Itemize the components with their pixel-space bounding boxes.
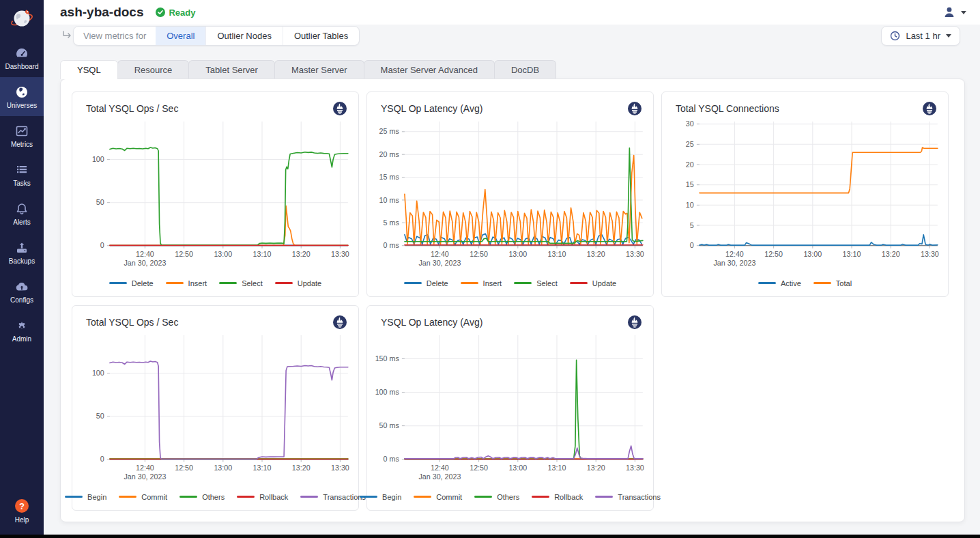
sidebar-item-dashboard[interactable]: Dashboard <box>0 38 44 77</box>
svg-text:13:10: 13:10 <box>548 250 566 258</box>
prometheus-icon[interactable] <box>332 101 347 116</box>
gauge-icon <box>14 46 29 61</box>
chart-legend: DeleteInsertSelectUpdate <box>72 279 358 287</box>
svg-text:20 ms: 20 ms <box>379 150 399 158</box>
svg-text:50: 50 <box>96 412 104 420</box>
legend-swatch <box>758 282 776 284</box>
top-header: ash-yba-docs Ready <box>44 0 980 25</box>
status-badge: Ready <box>156 8 195 18</box>
svg-text:Jan 30, 2023: Jan 30, 2023 <box>124 472 166 481</box>
sidebar-item-backups[interactable]: Backups <box>0 233 44 272</box>
legend-item-commit[interactable]: Commit <box>119 493 167 501</box>
tab-docdb[interactable]: DocDB <box>494 60 556 79</box>
status-badge-label: Ready <box>169 8 195 18</box>
legend-item-transactions[interactable]: Transactions <box>300 493 366 501</box>
prometheus-icon[interactable] <box>627 101 642 116</box>
legend-swatch <box>404 282 422 284</box>
svg-text:5 ms: 5 ms <box>384 218 399 227</box>
prometheus-icon[interactable] <box>627 315 642 330</box>
chevron-down-icon <box>946 34 951 38</box>
app-logo[interactable] <box>0 0 44 38</box>
legend-label: Active <box>781 279 801 287</box>
time-range-dropdown[interactable]: Last 1 hr <box>881 26 960 46</box>
chevron-down-icon <box>961 11 966 14</box>
svg-text:13:30: 13:30 <box>331 464 349 472</box>
sidebar-item-universes[interactable]: Universes <box>0 77 44 116</box>
chart-plot[interactable]: 12:40Jan 30, 202312:5013:0013:1013:2013:… <box>72 330 358 493</box>
legend-item-total[interactable]: Total <box>813 279 852 287</box>
legend-item-rollback[interactable]: Rollback <box>237 493 288 501</box>
svg-text:13:20: 13:20 <box>587 250 605 258</box>
sidebar-item-help[interactable]: ? Help <box>0 491 44 530</box>
chart-title: YSQL Op Latency (Avg) <box>381 103 482 114</box>
svg-text:50: 50 <box>96 198 104 206</box>
svg-text:13:20: 13:20 <box>587 464 605 472</box>
sidebar-item-alerts[interactable]: Alerts <box>0 194 44 233</box>
sidebar-item-tasks[interactable]: Tasks <box>0 155 44 194</box>
metric-tabs: YSQL Resource Tablet Server Master Serve… <box>60 60 556 79</box>
tab-outlier-nodes[interactable]: Outlier Nodes <box>205 27 282 45</box>
tab-tablet-server[interactable]: Tablet Server <box>188 60 275 79</box>
legend-item-transactions[interactable]: Transactions <box>595 493 661 501</box>
legend-item-delete[interactable]: Delete <box>109 279 154 287</box>
view-metrics-label: View metrics for <box>74 27 156 45</box>
help-icon: ? <box>14 498 30 514</box>
sidebar-item-configs[interactable]: Configs <box>0 272 44 311</box>
legend-item-others[interactable]: Others <box>474 493 519 501</box>
prometheus-icon[interactable] <box>922 101 937 116</box>
legend-swatch <box>275 282 293 284</box>
tab-resource[interactable]: Resource <box>117 60 190 79</box>
legend-swatch <box>119 496 136 498</box>
svg-text:30: 30 <box>686 119 694 128</box>
legend-item-insert[interactable]: Insert <box>461 279 502 287</box>
tab-master-server-advanced[interactable]: Master Server Advanced <box>364 60 495 79</box>
svg-text:13:20: 13:20 <box>292 464 311 472</box>
svg-text:13:00: 13:00 <box>508 464 527 472</box>
chart-plot[interactable]: 12:40Jan 30, 202312:5013:0013:1013:2013:… <box>662 116 948 279</box>
chart-plot[interactable]: 12:40Jan 30, 202312:5013:0013:1013:2013:… <box>367 330 653 493</box>
svg-text:13:30: 13:30 <box>921 250 939 258</box>
legend-item-begin[interactable]: Begin <box>65 493 106 501</box>
svg-text:12:40: 12:40 <box>431 464 449 472</box>
legend-item-begin[interactable]: Begin <box>360 493 401 501</box>
legend-item-select[interactable]: Select <box>514 279 558 287</box>
sidebar-item-metrics[interactable]: Metrics <box>0 116 44 155</box>
check-circle-icon <box>156 8 165 17</box>
bottom-bar <box>0 535 980 538</box>
chart-plot[interactable]: 12:40Jan 30, 202312:5013:0013:1013:2013:… <box>367 116 653 279</box>
tab-overall[interactable]: Overall <box>156 27 205 45</box>
svg-text:12:50: 12:50 <box>175 464 193 472</box>
chart-panel-total-ysql-ops-transactions: Total YSQL Ops / Sec 12:40Jan 30, 202312… <box>72 305 359 511</box>
sidebar-item-label: Universes <box>7 102 37 109</box>
tab-ysql[interactable]: YSQL <box>60 60 118 79</box>
svg-text:0: 0 <box>690 241 694 249</box>
legend-item-update[interactable]: Update <box>570 279 616 287</box>
legend-item-select[interactable]: Select <box>219 279 263 287</box>
svg-text:100 ms: 100 ms <box>375 388 399 396</box>
legend-item-active[interactable]: Active <box>758 279 801 287</box>
tab-outlier-tables[interactable]: Outlier Tables <box>283 27 359 45</box>
chart-plot[interactable]: 12:40Jan 30, 202312:5013:0013:1013:2013:… <box>72 116 358 279</box>
svg-text:12:50: 12:50 <box>175 250 193 258</box>
legend-item-others[interactable]: Others <box>179 493 225 501</box>
prometheus-icon[interactable] <box>332 315 347 330</box>
svg-text:10 ms: 10 ms <box>379 196 399 204</box>
chart-title: Total YSQL Ops / Sec <box>86 103 178 114</box>
main-content: View metrics for Overall Outlier Nodes O… <box>44 25 980 538</box>
legend-item-insert[interactable]: Insert <box>166 279 207 287</box>
chart-panel-ysql-op-latency: YSQL Op Latency (Avg) 12:40Jan 30, 20231… <box>366 91 654 297</box>
sidebar-item-admin[interactable]: Admin <box>0 311 44 350</box>
chart-panel-ysql-op-latency-transactions: YSQL Op Latency (Avg) 12:40Jan 30, 20231… <box>366 305 654 511</box>
user-menu[interactable] <box>942 5 966 19</box>
yugabyte-logo-icon <box>8 5 35 33</box>
legend-label: Total <box>836 279 852 287</box>
svg-text:0: 0 <box>100 455 104 463</box>
sidebar-item-label: Admin <box>12 335 31 343</box>
svg-text:13:20: 13:20 <box>292 250 311 258</box>
chart-title: YSQL Op Latency (Avg) <box>381 317 482 328</box>
tab-master-server[interactable]: Master Server <box>274 60 364 79</box>
legend-item-rollback[interactable]: Rollback <box>532 493 583 501</box>
legend-item-delete[interactable]: Delete <box>404 279 448 287</box>
legend-item-commit[interactable]: Commit <box>414 493 462 501</box>
legend-item-update[interactable]: Update <box>275 279 321 287</box>
